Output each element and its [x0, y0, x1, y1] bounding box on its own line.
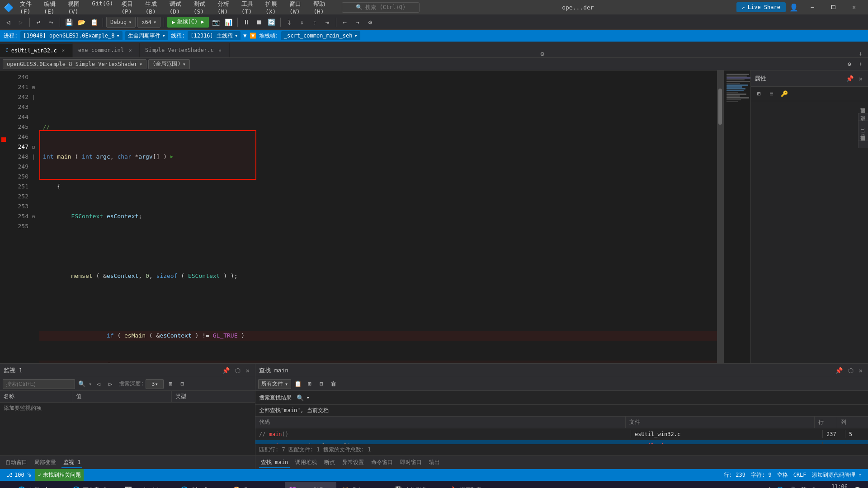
scope-dropdown[interactable]: openGLES3.0Example_8_Simple_VertexShader… — [3, 59, 146, 69]
taskbar-item-2[interactable]: 🅰 android-... — [120, 482, 175, 488]
watch-tab-watch1[interactable]: 监视 1 — [61, 458, 82, 468]
find-tab-callstack[interactable]: 调用堆栈 — [293, 458, 319, 467]
watch-next-button[interactable]: ▷ — [105, 379, 115, 389]
find-tab-output[interactable]: 输出 — [427, 458, 442, 467]
find-expand-all-button[interactable]: ⊞ — [305, 379, 315, 389]
find-tab-command[interactable]: 命令窗口 — [369, 458, 395, 467]
status-encoding[interactable]: CRLF — [791, 469, 809, 481]
status-space[interactable]: 空格 — [774, 469, 791, 481]
status-ok-item[interactable]: ✓ 未找到相关问题 — [35, 469, 84, 481]
taskbar-item-6[interactable]: 📁 F:\open... — [337, 482, 389, 488]
tab-esutil-win32[interactable]: C esUtil_win32.c ✕ — [0, 43, 73, 57]
props-list-button[interactable]: ≡ — [766, 89, 777, 99]
taskbar-item-4[interactable]: 🎨 7.png - ... — [229, 482, 283, 488]
tab-simple-vertexshader[interactable]: Simple_VertexShader.c ✕ — [140, 43, 230, 57]
side-tab-git-changes[interactable]: Git 更改 — [859, 121, 868, 141]
taskbar-item-0[interactable]: 🌐 在Shader... — [13, 482, 67, 488]
forward-nav-button[interactable]: → — [352, 17, 363, 28]
fold-254[interactable]: ⊟ — [32, 211, 39, 221]
menu-edit[interactable]: 编辑(E) — [40, 0, 63, 17]
collapse-main-icon[interactable]: ⊟ — [32, 85, 35, 90]
collapse-if-icon[interactable]: ⊟ — [32, 145, 35, 150]
menu-test[interactable]: 测试(S) — [190, 0, 213, 17]
find-result-row-2[interactable]: // Main entrypoint for applic... esUtil_… — [255, 440, 868, 444]
filter-btn[interactable]: 🔽 — [250, 33, 256, 39]
find-tab-findmain[interactable]: 查找 main — [259, 458, 290, 468]
watch-expand-all-button[interactable]: ⊞ — [165, 379, 175, 389]
step-out-button[interactable]: ⇧ — [309, 17, 320, 28]
find-collapse-all-button[interactable]: ⊟ — [316, 379, 326, 389]
fold-241[interactable]: ⊟ — [32, 82, 39, 92]
back-nav-button[interactable]: ← — [340, 17, 350, 28]
thread-dropdown[interactable]: [12316] 主线程 ▾ — [188, 31, 241, 40]
editor-scrollbar[interactable] — [717, 70, 723, 363]
find-close-button[interactable]: ✕ — [857, 367, 864, 374]
find-tab-immediate[interactable]: 即时窗口 — [398, 458, 424, 467]
collapse-if2-icon[interactable]: ⊟ — [32, 214, 35, 219]
props-grid-button[interactable]: ⊞ — [754, 89, 764, 99]
code-editor[interactable]: 240 241 242 243 244 245 246 247 248 249 … — [0, 70, 750, 363]
menu-git[interactable]: Git(G) — [88, 0, 117, 17]
run-to-cursor-button[interactable]: ⇥ — [322, 17, 333, 28]
menu-window[interactable]: 窗口(W) — [286, 0, 309, 17]
menu-file[interactable]: 文件(F) — [16, 0, 39, 17]
find-search-icon-button[interactable]: 🔍 — [295, 393, 305, 403]
menu-tools[interactable]: 工具(T) — [238, 0, 261, 17]
taskbar-clock[interactable]: 11:06 2021/9/9 — [819, 483, 850, 488]
code-content[interactable]: // int main ( int argc, char *argv[] ) ▶… — [39, 70, 717, 363]
tab-close-1[interactable]: ✕ — [60, 47, 67, 54]
watch-search-input[interactable] — [3, 379, 75, 389]
status-char[interactable]: 字符: 9 — [748, 469, 774, 481]
watch-close-button[interactable]: ✕ — [244, 367, 251, 374]
find-tab-exceptions[interactable]: 异常设置 — [340, 458, 366, 467]
taskbar-item-7[interactable]: 💾 本地磁盘 ... — [390, 482, 443, 488]
taskbar-item-3[interactable]: 🌐 Simple_... — [176, 482, 228, 488]
tab-close-3[interactable]: ✕ — [217, 47, 224, 54]
live-share-button[interactable]: ↗ Live Share — [736, 2, 786, 12]
debug-mode-dropdown[interactable]: Debug ▾ — [106, 17, 136, 28]
open-file-button[interactable]: 📂 — [76, 17, 87, 28]
menu-view[interactable]: 视图(V) — [64, 0, 87, 17]
watch-tab-locals[interactable]: 局部变量 — [33, 458, 58, 467]
find-pin-button[interactable]: 📌 — [833, 367, 844, 374]
undo-button[interactable]: ↩ — [33, 17, 44, 28]
more-tools-button[interactable]: ⚙ — [365, 17, 376, 28]
props-close-button[interactable]: ✕ — [857, 75, 864, 82]
function-dropdown[interactable]: (全局范围) ▾ — [148, 59, 190, 69]
lifecycle-dropdown[interactable]: 生命周期事件 ▾ — [125, 31, 168, 40]
side-tab-team-explorer[interactable]: 团队资源管理器 — [859, 141, 868, 148]
status-branch[interactable]: ⎇ 100 % — [4, 469, 33, 481]
watch-prev-button[interactable]: ◁ — [94, 379, 104, 389]
pause-button[interactable]: ⏸ — [241, 17, 252, 28]
status-line[interactable]: 行: 239 — [721, 469, 748, 481]
watch-tab-auto[interactable]: 自动窗口 — [4, 458, 29, 467]
continue-button[interactable]: ▶ 继续(C) ▶ — [167, 17, 208, 28]
watch-depth-value[interactable]: 3 ▾ — [146, 379, 164, 389]
back-button[interactable]: ◁ — [3, 17, 14, 28]
props-settings-button[interactable]: 🔑 — [779, 89, 790, 99]
menu-analyze[interactable]: 分析(N) — [214, 0, 237, 17]
watch-format-button[interactable]: ⊟ — [177, 379, 187, 389]
tab-close-2[interactable]: ✕ — [127, 47, 134, 54]
title-search-label[interactable]: 搜索 (Ctrl+Q) — [365, 4, 406, 11]
stop-button[interactable]: ⏹ — [254, 17, 264, 28]
restart-button[interactable]: 🔄 — [266, 17, 277, 28]
find-copy-button[interactable]: 📋 — [293, 379, 303, 389]
side-tab-property-manager[interactable]: 属性管理器 — [859, 113, 868, 121]
editor-scroll-thumb[interactable] — [718, 89, 722, 125]
tray-lang[interactable]: 英 — [799, 486, 808, 488]
menu-extensions[interactable]: 扩展(X) — [262, 0, 285, 17]
add-btn[interactable]: + — [855, 59, 865, 69]
find-result-row-1[interactable]: // main() esUtil_win32.c 237 5 — [255, 428, 868, 440]
close-button[interactable]: ✕ — [844, 0, 864, 14]
watch-search-button[interactable]: 🔍 — [77, 379, 87, 389]
find-scope-dropdown[interactable]: 所有文件 ▾ — [258, 379, 291, 389]
watch-add-row[interactable]: 添加要监视的项 — [0, 403, 255, 414]
maximize-button[interactable]: ⧠ — [823, 0, 844, 14]
screenshot-button[interactable]: 📷 — [211, 17, 222, 28]
process-dropdown[interactable]: [19048] openGLES3.0Example_8 ▾ — [20, 31, 123, 40]
status-vcs[interactable]: 添加到源代码管理 ↑ — [809, 469, 864, 481]
callstack-dropdown[interactable]: _scrt_common_main_seh ▾ — [281, 31, 360, 40]
save-button[interactable]: 💾 — [63, 17, 74, 28]
watch-expand-button[interactable]: ⬡ — [233, 367, 242, 374]
